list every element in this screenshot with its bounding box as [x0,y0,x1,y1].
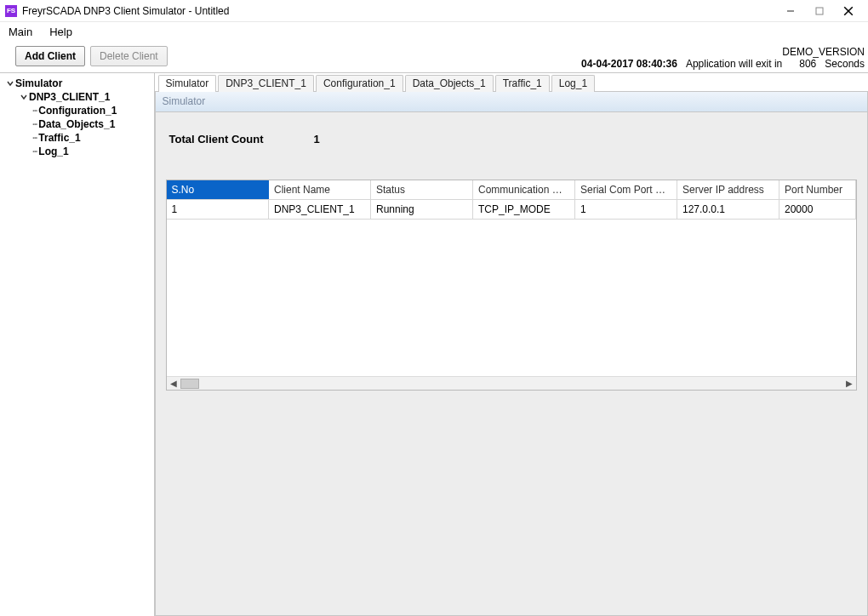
panel-header: Simulator [156,92,868,112]
client-table: S.NoClient NameStatusCommunication modeS… [166,180,858,391]
window-controls [776,1,863,21]
table-cell: Running [371,200,473,220]
table-header-cell[interactable]: S.No [167,180,269,200]
scroll-track[interactable] [180,379,843,389]
delete-client-button[interactable]: Delete Client [90,46,168,66]
tree-bullet-icon: ··· [32,120,37,129]
tab-simulator[interactable]: Simulator [158,75,217,92]
main: Simulator DNP3_CLIENT_1 Configuration_1 … [155,73,869,616]
maximize-icon[interactable] [805,1,834,21]
table-header-cell[interactable]: Status [371,180,473,200]
tree-item-log[interactable]: ···Log_1 [31,145,152,158]
panel: Simulator Total Client Count 1 S.NoClien… [155,92,869,616]
window-title: FreyrSCADA DNP3 Client Simulator - Untit… [22,5,229,17]
table-cell: 1 [167,200,269,220]
status-exit-label: Application will exit in [686,58,782,70]
client-count-label: Total Client Count [169,133,314,145]
tree: Simulator DNP3_CLIENT_1 ···Configur [2,77,152,158]
table-header-row: S.NoClient NameStatusCommunication modeS… [167,180,856,200]
chevron-down-icon[interactable] [5,79,15,88]
table-cell: DNP3_CLIENT_1 [269,200,371,220]
status-version: DEMO_VERSION [782,46,865,58]
table-header-cell[interactable]: Port Number [779,180,856,200]
close-icon[interactable] [834,1,863,21]
toolbar: Add Client Delete Client DEMO_VERSION 04… [0,41,868,73]
tree-root[interactable]: Simulator [3,77,152,90]
table-body: 1DNP3_CLIENT_1RunningTCP_IP_MODE1127.0.0… [167,200,856,220]
menu-help[interactable]: Help [46,24,81,40]
tree-bullet-icon: ··· [32,147,37,157]
sidebar: Simulator DNP3_CLIENT_1 ···Configur [0,73,155,616]
table-row[interactable]: 1DNP3_CLIENT_1RunningTCP_IP_MODE1127.0.0… [167,200,856,220]
menubar: Main Help [0,22,868,41]
status-area: DEMO_VERSION 04-04-2017 08:40:36 Applica… [581,46,865,70]
table-cell: 20000 [779,200,856,220]
tabbar: Simulator DNP3_CLIENT_1 Configuration_1 … [155,73,869,92]
chevron-down-icon[interactable] [19,93,29,101]
scroll-right-icon[interactable]: ▶ [842,378,856,390]
status-seconds-label: Seconds [825,58,865,70]
table-header-cell[interactable]: Client Name [269,180,371,200]
tab-data-objects[interactable]: Data_Objects_1 [405,75,494,92]
tree-client[interactable]: DNP3_CLIENT_1 [17,90,152,104]
app-icon: FS [5,5,17,17]
tree-root-label: Simulator [15,77,62,89]
tab-traffic[interactable]: Traffic_1 [495,75,550,92]
table-header-cell[interactable]: Serial Com Port Number [575,180,677,200]
tree-bullet-icon: ··· [32,134,37,143]
add-client-button[interactable]: Add Client [15,46,85,66]
table-cell: TCP_IP_MODE [473,200,575,220]
svg-rect-1 [816,8,823,14]
horizontal-scrollbar[interactable]: ◀ ▶ [167,376,857,390]
tree-bullet-icon: ··· [32,106,37,116]
tab-log[interactable]: Log_1 [551,75,595,92]
scroll-left-icon[interactable]: ◀ [167,378,180,390]
tree-item-data-objects[interactable]: ···Data_Objects_1 [31,117,152,131]
tab-client[interactable]: DNP3_CLIENT_1 [218,75,314,92]
table-header-cell[interactable]: Communication mode [473,180,575,200]
minimize-icon[interactable] [776,1,805,21]
client-count-row: Total Client Count 1 [169,133,858,145]
client-count-value: 1 [314,133,320,145]
status-timestamp: 04-04-2017 08:40:36 [581,58,677,70]
tree-client-label: DNP3_CLIENT_1 [29,91,110,103]
tree-item-traffic[interactable]: ···Traffic_1 [31,131,152,145]
table-cell: 1 [575,200,677,220]
status-exit-seconds: 806 [799,58,816,70]
titlebar: FS FreyrSCADA DNP3 Client Simulator - Un… [0,0,868,22]
scroll-thumb[interactable] [180,379,199,389]
table-header-cell[interactable]: Server IP address [677,180,779,200]
table-cell: 127.0.0.1 [677,200,779,220]
tab-configuration[interactable]: Configuration_1 [316,75,403,92]
tree-item-configuration[interactable]: ···Configuration_1 [31,104,152,117]
menu-main[interactable]: Main [5,24,41,40]
